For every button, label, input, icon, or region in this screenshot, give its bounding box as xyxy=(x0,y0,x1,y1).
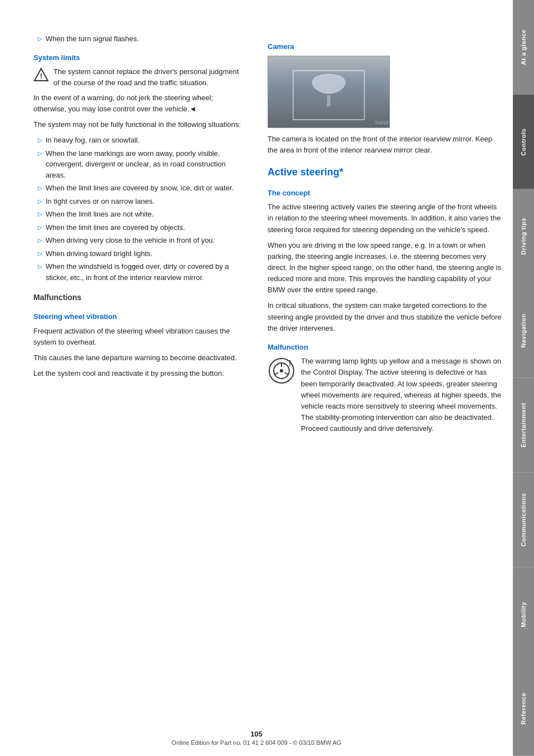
camera-image-inner: ©2010 xyxy=(268,56,389,127)
warning-triangle-icon: ! xyxy=(33,67,49,83)
footer-text: Online Edition for Part no. 01 41 2 604 … xyxy=(171,739,341,746)
bullet-text-5: When the limit lines are covered by obje… xyxy=(46,222,245,233)
warning-text: The system cannot replace the driver's p… xyxy=(53,66,245,88)
steering-body1: Frequent activation of the steering whee… xyxy=(33,326,245,348)
bullet-arrow-icon: ▷ xyxy=(38,35,42,43)
image-watermark: ©2010 xyxy=(375,120,388,126)
camera-desc1: The camera is located on the front of th… xyxy=(268,134,502,156)
bullet-arrow-icon: ▷ xyxy=(38,210,42,218)
system-may-not: The system may not be fully functional i… xyxy=(33,119,245,130)
bullet-item-6: ▷When driving very close to the vehicle … xyxy=(33,235,245,246)
bullet-arrow-icon: ▷ xyxy=(38,223,42,232)
concept-body1: The active steering actively varies the … xyxy=(268,202,502,235)
mirror-shape xyxy=(312,74,345,94)
sidebar-item-entertainment[interactable]: Entertainment xyxy=(513,378,534,473)
mirror-stem xyxy=(327,95,330,106)
bullet-text-7: When driving toward bright lights. xyxy=(46,248,245,259)
bullet-turn-signal: ▷ When the turn signal flashes. xyxy=(33,33,245,45)
svg-point-4 xyxy=(280,369,283,372)
bullet-item-3: ▷In tight curves or on narrow lanes. xyxy=(33,196,245,207)
main-content: ▷ When the turn signal flashes. System l… xyxy=(0,0,513,756)
steering-body2: This causes the lane departure warning t… xyxy=(33,352,245,364)
bullet-item-2: ▷When the limit lines are covered by sno… xyxy=(33,183,245,194)
bullet-text-4: When the limit lines are not white. xyxy=(46,209,245,220)
warning-body1: In the event of a warning, do not jerk t… xyxy=(33,92,245,115)
bullet-text-0: In heavy fog, rain or snowfall. xyxy=(46,135,245,146)
bullet-text-6: When driving very close to the vehicle i… xyxy=(46,235,245,246)
page-number: 105 xyxy=(0,730,513,738)
bullet-arrow-icon: ▷ xyxy=(38,236,42,244)
concept-body2: When you are driving in the low speed ra… xyxy=(268,240,502,296)
warning-block: ! The system cannot replace the driver's… xyxy=(33,66,245,88)
malfunctions-title: Malfunctions xyxy=(33,292,245,303)
svg-line-6 xyxy=(275,372,278,375)
sidebar-item-driving-tips[interactable]: Driving tips xyxy=(513,189,534,284)
bullets-list: ▷In heavy fog, rain or snowfall.▷When th… xyxy=(33,135,245,283)
bullet-text-1: When the lane markings are worn away, po… xyxy=(46,148,245,181)
sidebar-item-communications[interactable]: Communications xyxy=(513,473,534,567)
right-column: Camera ©2010 The camera is located on th… xyxy=(256,0,513,756)
bullet-item-0: ▷In heavy fog, rain or snowfall. xyxy=(33,135,245,146)
sidebar-item-at-a-glance[interactable]: At a glance xyxy=(513,0,534,95)
footer: 105 Online Edition for Part no. 01 41 2 … xyxy=(0,730,513,746)
bullet-arrow-icon: ▷ xyxy=(38,136,42,144)
bullet-item-7: ▷When driving toward bright lights. xyxy=(33,248,245,259)
camera-image: ©2010 xyxy=(268,56,390,128)
bullet-arrow-icon: ▷ xyxy=(38,149,42,158)
svg-text:!: ! xyxy=(289,359,291,367)
malfunction-title: Malfunction xyxy=(268,342,502,353)
concept-body3: In critical situations, the system can m… xyxy=(268,300,502,333)
bullet-text-8: When the windshield is fogged over, dirt… xyxy=(46,261,245,283)
bullet-item-4: ▷When the limit lines are not white. xyxy=(33,209,245,220)
bullet-arrow-icon: ▷ xyxy=(38,262,42,271)
bullet-item-8: ▷When the windshield is fogged over, dir… xyxy=(33,261,245,283)
bullet-item-5: ▷When the limit lines are covered by obj… xyxy=(33,222,245,233)
steering-body3: Let the system cool and reactivate it by… xyxy=(33,368,245,379)
sidebar-item-controls[interactable]: Controls xyxy=(513,95,534,189)
bullet-arrow-icon: ▷ xyxy=(38,184,42,192)
camera-title: Camera xyxy=(268,41,502,52)
malfunction-warning-icon: ! xyxy=(268,357,295,385)
bullet-text-3: In tight curves or on narrow lanes. xyxy=(46,196,245,207)
bullet-arrow-icon: ▷ xyxy=(38,249,42,258)
sidebar: At a glance Controls Driving tips Naviga… xyxy=(513,0,534,756)
malfunction-body: The warning lamp lights up yellow and a … xyxy=(301,356,502,434)
concept-title: The concept xyxy=(268,188,502,199)
svg-text:!: ! xyxy=(40,72,42,80)
active-steering-title: Active steering* xyxy=(268,165,502,180)
bullet-arrow-icon: ▷ xyxy=(38,197,42,205)
bullet-turn-signal-text: When the turn signal flashes. xyxy=(46,33,245,45)
bullet-text-2: When the limit lines are covered by snow… xyxy=(46,183,245,194)
system-limits-title: System limits xyxy=(33,52,245,63)
svg-line-7 xyxy=(285,372,288,375)
sidebar-item-navigation[interactable]: Navigation xyxy=(513,283,534,378)
malfunction-icon-block: ! The warning lamp lights up yellow and … xyxy=(268,356,502,439)
bullet-item-1: ▷When the lane markings are worn away, p… xyxy=(33,148,245,181)
left-column: ▷ When the turn signal flashes. System l… xyxy=(0,0,256,756)
steering-wheel-vibration-title: Steering wheel vibration xyxy=(33,311,245,322)
sidebar-item-mobility[interactable]: Mobility xyxy=(513,567,534,662)
sidebar-item-reference[interactable]: Reference xyxy=(513,661,534,756)
